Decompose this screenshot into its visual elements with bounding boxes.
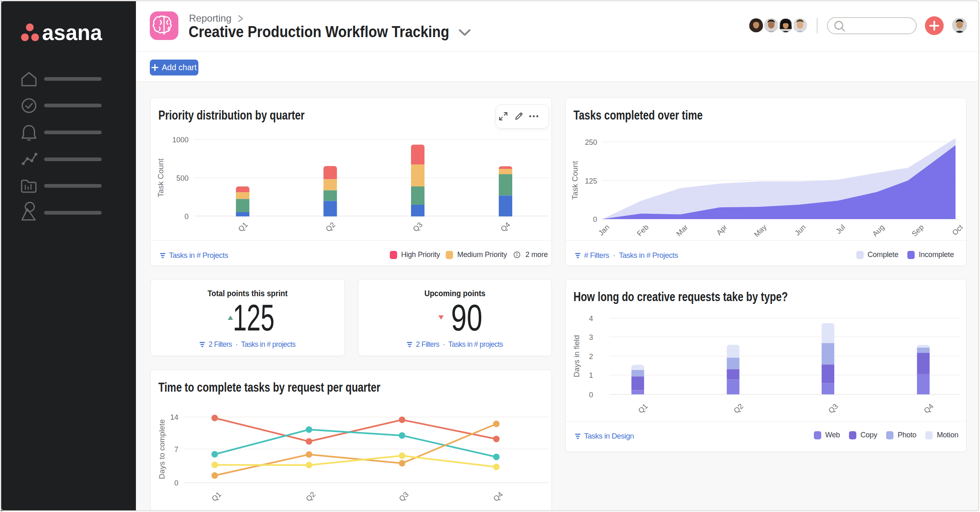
svg-text:Oct: Oct [951,223,964,237]
svg-text:Jun: Jun [793,223,807,237]
svg-text:Task Count: Task Count [571,161,579,200]
svg-text:Q2: Q2 [732,402,745,415]
svg-text:250: 250 [585,138,597,146]
svg-text:Q3: Q3 [827,402,840,415]
svg-text:Q3: Q3 [411,221,424,233]
svg-text:0: 0 [589,391,593,399]
svg-text:Q2: Q2 [304,490,317,503]
svg-text:14: 14 [170,413,178,421]
svg-text:0: 0 [593,215,597,224]
svg-text:Feb: Feb [636,223,650,238]
svg-text:Apr: Apr [715,223,729,237]
svg-text:2: 2 [589,352,593,361]
svg-text:500: 500 [176,174,189,182]
svg-text:Q2: Q2 [324,221,337,233]
svg-text:4: 4 [589,315,593,323]
svg-text:1000: 1000 [172,136,189,144]
svg-text:125: 125 [585,177,597,185]
svg-text:Sep: Sep [910,223,925,238]
svg-text:asana: asana [42,20,102,44]
svg-text:Days to complete: Days to complete [158,419,166,479]
svg-text:May: May [753,223,768,239]
svg-text:Jan: Jan [597,223,611,237]
svg-text:Q1: Q1 [210,490,223,503]
svg-text:1: 1 [589,371,593,379]
svg-text:Q4: Q4 [499,221,512,233]
svg-text:Mar: Mar [675,223,689,238]
svg-text:Q4: Q4 [492,490,504,503]
svg-text:Days in field: Days in field [572,335,581,377]
svg-text:7: 7 [174,446,178,454]
svg-text:Aug: Aug [871,223,886,238]
svg-text:0: 0 [184,213,189,221]
svg-text:3: 3 [589,333,593,341]
svg-text:Q4: Q4 [922,402,935,415]
svg-text:Jul: Jul [834,223,847,235]
svg-text:Q1: Q1 [237,221,249,233]
svg-text:Q1: Q1 [637,402,649,415]
svg-text:Q3: Q3 [398,490,410,503]
svg-text:0: 0 [174,479,178,487]
svg-text:Task Count: Task Count [156,158,165,197]
